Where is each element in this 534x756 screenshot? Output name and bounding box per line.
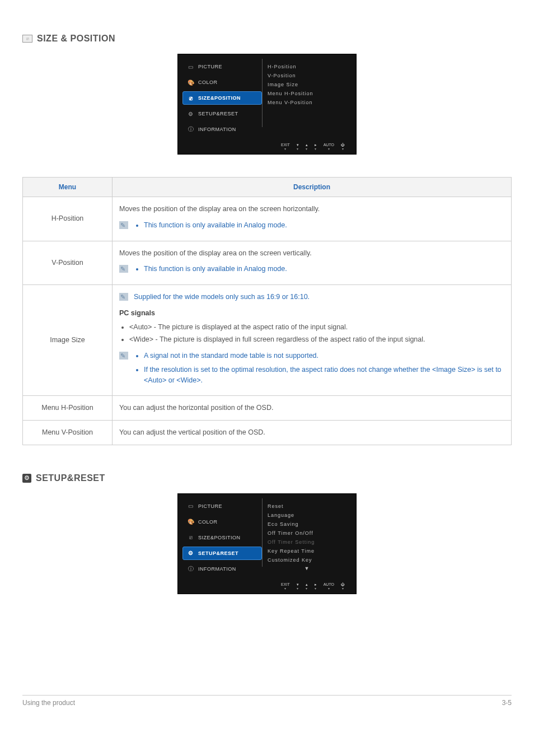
note-text: This function is only available in Analo…: [144, 220, 287, 231]
osd-option: Menu V-Position: [262, 98, 352, 107]
osd-option: Menu H-Position: [262, 89, 352, 98]
size-position-icon: ⎚: [187, 534, 195, 542]
table-row: Image Size Supplied for the wide models …: [23, 285, 512, 396]
note-block: A signal not in the standard mode table …: [119, 351, 504, 389]
menu-cell: Menu H-Position: [23, 396, 113, 421]
osd-bottom-bar: EXIT▾ ▾▾ ▴▾ ▸▾ AUTO▾ ⏻▾: [178, 142, 356, 154]
osd-menu-information: ⓘINFORMATION: [182, 123, 262, 136]
pc-signals-list: <Auto> - The picture is displayed at the…: [119, 322, 504, 346]
osd-menu-setup-reset: ⚙SETUP&RESET: [182, 547, 262, 560]
note-icon: [119, 265, 128, 273]
osd-menu-color: 🎨COLOR: [182, 76, 262, 89]
info-icon: ⓘ: [187, 565, 195, 573]
osd-btn-down: ▾▾: [297, 582, 299, 590]
note-icon: [119, 293, 128, 301]
osd-btn-exit: EXIT▾: [281, 143, 290, 151]
section-title: SETUP&RESET: [36, 473, 105, 483]
gear-icon: ⚙: [187, 110, 195, 118]
osd-btn-up: ▴▾: [306, 143, 308, 151]
osd-menu-size-position: ⎚SIZE&POSITION: [182, 531, 262, 544]
osd-option: Image Size: [262, 80, 352, 89]
osd-menu-size-position: ⎚SIZE&POSITION: [182, 91, 262, 105]
footer-left: Using the product: [22, 699, 75, 707]
description-cell: Moves the position of the display area o…: [113, 197, 512, 241]
note-icon: [119, 352, 128, 360]
osd-option: Key Repeat Time: [262, 547, 352, 556]
size-position-icon: ⎚: [22, 35, 32, 43]
color-icon: 🎨: [187, 78, 195, 86]
osd-btn-down: ▾▾: [297, 143, 299, 151]
color-icon: 🎨: [187, 518, 195, 526]
note-text: This function is only available in Analo…: [144, 264, 287, 274]
note-block: Supplied for the wide models only such a…: [119, 292, 504, 302]
osd-screenshot-setup-reset: ▭PICTURE 🎨COLOR ⎚SIZE&POSITION ⚙SETUP&RE…: [22, 493, 512, 594]
description-cell: Moves the position of the display area o…: [113, 241, 512, 285]
picture-icon: ▭: [187, 63, 195, 71]
section-heading-size-position: ⎚ SIZE & POSITION: [22, 34, 512, 44]
osd-menu-information: ⓘINFORMATION: [182, 562, 262, 576]
table-row: Menu H-Position You can adjust the horiz…: [23, 396, 512, 421]
osd-option: Customized Key: [262, 556, 352, 564]
osd-btn-exit: EXIT▾: [281, 582, 290, 590]
note-text: Supplied for the wide models only such a…: [134, 292, 310, 302]
osd-btn-up: ▴▾: [306, 582, 308, 590]
osd-menu-picture: ▭PICTURE: [182, 60, 262, 73]
menu-description-table: Menu Description H-Position Moves the po…: [22, 177, 512, 445]
note-icon: [119, 221, 128, 229]
setup-reset-icon: [22, 474, 31, 483]
section-heading-setup-reset: SETUP&RESET: [22, 473, 512, 483]
osd-option: V-Position: [262, 71, 352, 80]
description-cell: You can adjust the horizontal position o…: [113, 396, 512, 421]
osd-btn-right: ▸▾: [315, 582, 317, 590]
osd-option: Language: [262, 511, 352, 520]
menu-cell: Menu V-Position: [23, 421, 113, 445]
osd-screenshot-size-position: ▭PICTURE 🎨COLOR ⎚SIZE&POSITION ⚙SETUP&RE…: [22, 54, 512, 155]
table-header-menu: Menu: [23, 178, 113, 197]
table-row: H-Position Moves the position of the dis…: [23, 197, 512, 241]
osd-option-disabled: Off Timer Setting: [262, 538, 352, 547]
info-icon: ⓘ: [187, 125, 195, 133]
osd-btn-power: ⏻▾: [341, 143, 345, 151]
description-cell: You can adjust the vertical position of …: [113, 421, 512, 445]
menu-cell: Image Size: [23, 285, 113, 396]
description-cell: Supplied for the wide models only such a…: [113, 285, 512, 396]
osd-option: H-Position: [262, 62, 352, 71]
note-block: This function is only available in Analo…: [119, 264, 504, 278]
list-item: <Wide> - The picture is displayed in ful…: [129, 334, 504, 345]
pc-signals-label: PC signals: [119, 308, 504, 319]
footer-right: 3-5: [502, 699, 512, 707]
table-row: Menu V-Position You can adjust the verti…: [23, 421, 512, 445]
osd-btn-auto: AUTO▾: [324, 143, 334, 151]
osd-menu-picture: ▭PICTURE: [182, 500, 262, 513]
osd-btn-right: ▸▾: [315, 143, 317, 151]
osd-btn-auto: AUTO▾: [324, 582, 334, 590]
osd-option: Off Timer On/Off: [262, 529, 352, 538]
menu-cell: H-Position: [23, 197, 113, 241]
gear-icon: ⚙: [187, 549, 195, 557]
description-text: Moves the position of the display area o…: [119, 204, 504, 214]
section-title: SIZE & POSITION: [37, 34, 115, 44]
scroll-down-icon: ▼: [262, 564, 352, 572]
picture-icon: ▭: [187, 502, 195, 510]
menu-cell: V-Position: [23, 241, 113, 285]
osd-menu-setup-reset: ⚙SETUP&RESET: [182, 107, 262, 120]
list-item: <Auto> - The picture is displayed at the…: [129, 322, 504, 333]
note-text: A signal not in the standard mode table …: [144, 351, 504, 361]
osd-btn-power: ⏻▾: [341, 582, 345, 590]
page-footer: Using the product 3-5: [22, 695, 512, 707]
description-text: Moves the position of the display area o…: [119, 248, 504, 259]
note-text: If the resolution is set to the optimal …: [144, 365, 504, 386]
osd-menu-color: 🎨COLOR: [182, 515, 262, 529]
table-row: V-Position Moves the position of the dis…: [23, 241, 512, 285]
osd-option: Eco Saving: [262, 520, 352, 529]
osd-option: Reset: [262, 502, 352, 511]
osd-bottom-bar: EXIT▾ ▾▾ ▴▾ ▸▾ AUTO▾ ⏻▾: [178, 581, 356, 594]
note-block: This function is only available in Analo…: [119, 220, 504, 234]
table-header-description: Description: [113, 178, 512, 197]
size-position-icon: ⎚: [187, 94, 195, 102]
